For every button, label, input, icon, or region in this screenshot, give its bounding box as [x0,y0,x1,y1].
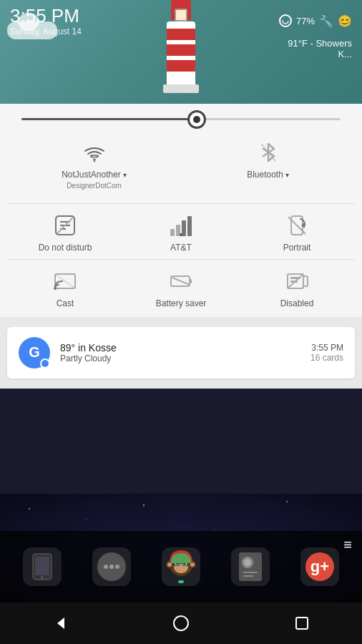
slider-track[interactable] [21,118,341,120]
cast-icon [52,268,78,294]
bluetooth-arrow: ▾ [285,170,289,180]
dock-docs[interactable] [228,545,273,589]
wifi-arrow: ▾ [123,170,127,180]
battery-saver-label: Battery saver [156,298,207,310]
svg-point-38 [41,576,44,579]
header: 3:55 PM Sunday, August 14 77% 🔧 😊 91°F -… [0,0,362,104]
slider-fill [21,118,197,120]
dock-monkey[interactable] [159,545,203,589]
notif-right: 3:55 PM 16 cards [310,343,343,363]
dock-gplus[interactable]: g+ [298,545,342,589]
tools-icon: 🔧 [319,14,333,28]
docs-app-icon [231,547,270,586]
dock: ≡ [0,531,362,602]
wifi-label: NotJustAnother ▾ [62,170,127,181]
svg-point-40 [104,565,108,569]
messaging-app-icon [92,547,131,586]
toggle-row-bottom: Cast Battery saver [0,260,362,316]
svg-point-5 [93,160,95,162]
svg-point-41 [109,565,114,569]
weather-text: 91°F - Showers [288,38,352,49]
svg-rect-20 [187,216,192,236]
slider-thumb-inner [193,116,200,123]
svg-point-27 [54,287,57,290]
svg-rect-37 [35,557,49,575]
svg-marker-64 [57,618,64,629]
toggle-row-middle: Do not disturb AT&T [0,204,362,260]
svg-rect-19 [182,220,186,236]
disabled-label: Disabled [280,298,314,310]
status-icons: 77% 🔧 😊 [279,14,352,28]
dock-phone[interactable] [20,545,64,589]
svg-line-34 [288,274,303,288]
svg-line-30 [172,278,190,285]
cast-toggle[interactable]: Cast [7,260,123,316]
wifi-icon [82,140,107,165]
recents-button[interactable] [284,605,320,641]
svg-point-42 [115,565,119,569]
weather-sub: K... [338,49,352,59]
notif-avatar: G [19,337,50,369]
navigation-bar [0,602,362,644]
monkey-app-icon [162,547,200,586]
signal-label: AT&T [170,243,192,254]
quick-settings-panel: NotJustAnother ▾ DesignerDotCom Bluetoot… [0,104,362,317]
phone-app-icon [23,547,62,586]
signal-toggle[interactable]: AT&T [123,204,239,260]
svg-rect-29 [190,279,192,283]
svg-point-65 [174,616,188,630]
svg-point-0 [283,18,288,24]
signal-icon [168,213,194,238]
notif-avatar-badge [40,358,50,369]
notif-title: 89° in Kosse [60,342,300,353]
svg-rect-35 [303,276,308,286]
portrait-icon [284,213,310,238]
bluetooth-icon [255,140,281,165]
svg-rect-17 [170,229,175,236]
portrait-label: Portrait [283,243,311,254]
home-button[interactable] [163,605,199,641]
battery-saver-toggle[interactable]: Battery saver [123,260,239,316]
wifi-toggle[interactable]: NotJustAnother ▾ DesignerDotCom [7,131,181,196]
slider-thumb[interactable] [187,110,206,129]
bluetooth-toggle[interactable]: Bluetooth ▾ [181,131,355,196]
svg-text:g+: g+ [310,557,329,575]
notif-time: 3:55 PM [310,343,343,353]
svg-rect-66 [296,618,308,629]
dnd-toggle[interactable]: Do not disturb [7,204,123,260]
notif-content: 89° in Kosse Partly Cloudy [60,342,300,364]
battery-percent: 77% [296,16,315,26]
battery-icon [279,14,292,27]
battery-saver-icon [168,268,194,294]
cast-label: Cast [57,298,74,310]
back-button[interactable] [42,605,78,641]
svg-line-16 [57,218,73,233]
notif-subtitle: Partly Cloudy [60,353,300,364]
notif-count: 16 cards [310,353,343,363]
brightness-slider-container[interactable] [0,104,362,131]
toggle-row-top: NotJustAnother ▾ DesignerDotCom Bluetoot… [0,131,362,196]
notification-card[interactable]: G 89° in Kosse Partly Cloudy 3:55 PM 16 … [7,327,355,379]
dnd-icon [52,213,78,238]
svg-line-26 [55,274,75,288]
wifi-sublabel: DesignerDotCom [67,181,122,190]
date: Sunday, August 14 [10,26,82,36]
portrait-toggle[interactable]: Portrait [239,204,355,260]
svg-point-59 [244,559,251,566]
disabled-toggle[interactable]: Disabled [239,260,355,316]
disabled-icon [284,268,310,294]
svg-rect-56 [178,580,184,583]
bluetooth-label: Bluetooth ▾ [247,170,289,181]
dnd-label: Do not disturb [39,243,92,254]
svg-point-21 [180,233,182,236]
gplus-app-icon: g+ [300,547,339,586]
stacked-pages-icon[interactable]: ≡ [343,537,352,553]
lighthouse-decoration [152,0,210,93]
dock-messaging[interactable] [89,545,134,589]
avatar-icon: 😊 [338,14,352,28]
